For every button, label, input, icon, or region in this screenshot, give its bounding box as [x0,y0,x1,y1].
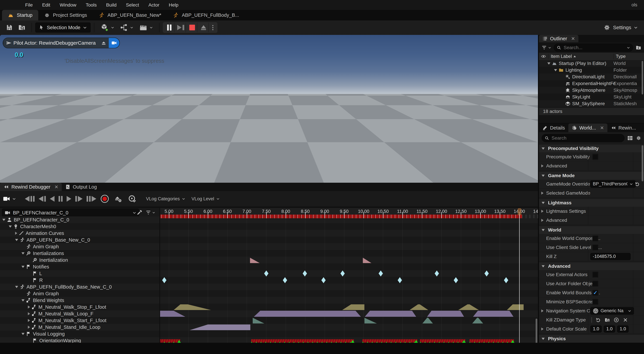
blueprints-button[interactable] [120,23,134,32]
details-settings-icon[interactable] [636,135,642,141]
property-dropdown[interactable]: Generic Na [590,307,634,314]
property-row[interactable]: GameMode OverrideBP_ThirdPersonGa [539,180,644,188]
expander-down-icon[interactable] [542,202,545,204]
property-row[interactable]: Selected GameMode [539,188,644,198]
property-checkbox[interactable] [592,236,598,242]
outliner-row[interactable]: DirectionalLightDirectionall [539,74,644,80]
property-row[interactable]: Default Color Scale1.01.01.0 [539,324,644,334]
tree-row[interactable]: M_Neutral_Walk_Loop_F [0,310,160,317]
visibility-column-icon[interactable] [541,54,546,59]
expander-down-icon[interactable] [15,286,18,288]
menu-item-select[interactable]: Select [126,2,139,8]
tree-row[interactable]: M_Neutral_Stand_Idle_Loop [0,324,160,330]
menu-item-window[interactable]: Window [60,2,76,8]
tab-rewin[interactable]: Rewin... [608,124,640,132]
pilot-camera-button[interactable] [109,38,120,48]
expander-right-icon[interactable] [28,312,30,315]
property-row[interactable]: Advanced [539,162,644,170]
property-dropdown[interactable]: BP_ThirdPersonGa [590,180,636,188]
property-row[interactable]: Enable World Compositi... [539,234,644,243]
vlog-strip-segment[interactable] [251,339,354,342]
property-row[interactable]: Kill Z-1048575.0 [539,252,644,261]
tab-details[interactable]: Details [539,124,568,132]
tree-row[interactable]: M_Neutral_Walk_Start_F_Lfoot [0,317,160,324]
tree-row[interactable]: Anim Graph [0,243,160,250]
expander-right-icon[interactable] [28,319,30,322]
tree-row[interactable]: R [0,277,160,284]
vlog-level-dropdown[interactable]: VLog Level [192,196,220,202]
tree-row[interactable]: Animation Curves [0,230,160,236]
expander-right-icon[interactable] [541,309,544,312]
tree-row[interactable]: OrientationWarping [0,337,160,343]
details-search[interactable] [542,134,624,142]
vlog-strip-segment[interactable] [160,339,180,342]
expander-down-icon[interactable] [9,226,12,228]
tree-row[interactable]: ABP_UEFN_FullBody_Base_New_C_0 [0,284,160,290]
property-checkbox[interactable] [592,281,598,287]
property-checkbox[interactable] [592,154,598,160]
expander-down-icon[interactable] [2,219,5,221]
outliner-search[interactable] [554,44,633,52]
step-forward-button[interactable] [75,196,82,202]
property-row[interactable]: Use Client Side Level Str... [539,243,644,252]
section-header-world[interactable]: World [539,226,644,234]
property-row[interactable]: Precompute Visibility [539,152,644,162]
selection-mode-dropdown[interactable]: Selection Mode [35,22,90,32]
outliner-row[interactable]: SkyAtmosphereSkyAtmosp [539,87,644,94]
property-checkbox[interactable]: ✓ [592,290,598,296]
section-header-gamemode[interactable]: Game Mode [539,172,644,180]
close-icon[interactable]: ✕ [600,125,604,131]
expander-right-icon[interactable] [541,192,544,194]
eject-button[interactable] [199,23,209,32]
tree-row[interactable]: L [0,270,160,277]
timeline-scrollbar[interactable] [536,318,537,343]
property-checkbox[interactable] [592,244,598,250]
expander-right-icon[interactable] [541,210,544,213]
trace-settings-icon[interactable] [128,194,136,203]
menu-item-actor[interactable]: Actor [148,2,159,8]
vector-component-2[interactable]: 1.0 [617,326,628,332]
pilot-actor-pill[interactable]: Pilot Actor: RewindDebuggerCamera [3,38,120,48]
anim-weight-segment[interactable] [254,311,361,317]
close-icon[interactable]: ✕ [54,184,58,190]
expander-down-icon[interactable] [542,265,545,268]
stop-piloting-icon[interactable] [101,40,107,46]
section-header-precomputedvisibility[interactable]: Precomputed Visibility [539,144,644,152]
section-header-physics[interactable]: Physics [539,335,644,342]
section-header-lightmass[interactable]: Lightmass [539,199,644,207]
pause-button[interactable] [58,196,62,202]
outliner-row[interactable]: LightingFolder [539,67,644,74]
outliner-row[interactable]: ExponentialHeightFcExponentia [539,80,644,87]
expander-down-icon[interactable] [22,252,24,254]
property-row[interactable]: Minimize BSPSections [539,297,644,306]
tree-filter-icon[interactable] [145,210,151,216]
expander-down-icon[interactable] [22,266,24,268]
outliner-search-input[interactable] [563,45,624,50]
expander-down-icon[interactable] [554,69,557,71]
outliner-row[interactable]: SM_SkySphereStaticMesh [539,100,644,107]
expander-down-icon[interactable] [542,338,545,340]
doc-tab-4[interactable]: ABP_UEFN_FullBody_B... [167,10,245,20]
anim-weight-segment[interactable] [427,311,464,317]
column-item-label[interactable]: Item Label [548,54,576,59]
play-button[interactable] [66,196,71,202]
record-button[interactable] [101,195,109,203]
last-frame-button[interactable] [86,196,96,202]
expander-down-icon[interactable] [542,148,545,150]
property-row[interactable]: Navigation System ConfigGeneric Na [539,306,644,316]
cinematics-button[interactable] [139,23,153,32]
property-input[interactable]: -1048575.0 [590,253,630,260]
property-row[interactable]: Enable World Bounds C...✓ [539,288,644,297]
expander-down-icon[interactable] [15,239,18,241]
outliner-row[interactable]: SkyLightSkyLight [539,94,644,100]
menu-item-build[interactable]: Build [106,2,116,8]
expander-down-icon[interactable] [542,175,545,177]
details-search-input[interactable] [551,135,622,141]
vector-component-0[interactable]: 1.0 [590,326,602,332]
save-icon[interactable] [6,24,13,31]
settings-button[interactable]: Settings [603,20,638,34]
play-reverse-button[interactable] [50,196,54,202]
property-row[interactable]: Kill ZDamage Type [539,316,644,324]
rewind-timeline[interactable]: 5.005.506.006.507.007.508.008.509.009.50… [160,208,538,343]
tab-output-log[interactable]: Output Log [62,183,100,191]
